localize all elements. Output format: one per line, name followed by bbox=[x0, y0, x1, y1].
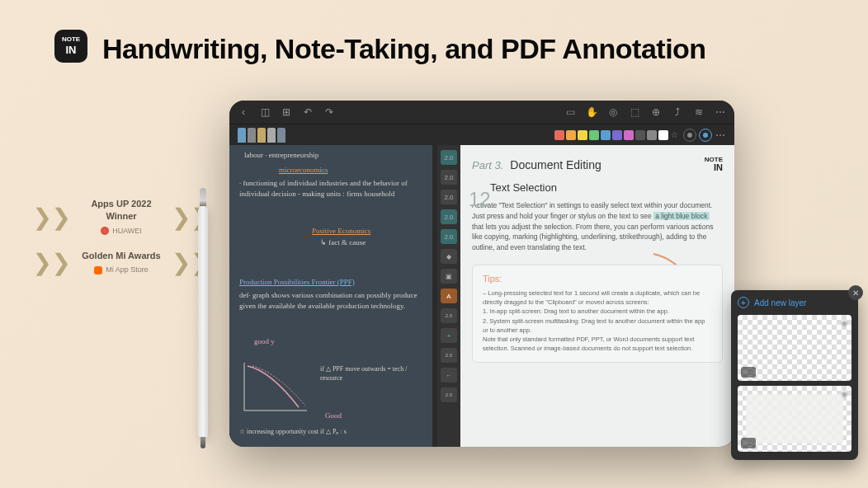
brush-preset[interactable]: 2.0 bbox=[441, 170, 457, 185]
layer-options-icon[interactable]: ⋯ bbox=[741, 367, 756, 378]
tablet-device: ‹ ◫ ⊞ ↶ ↷ ▭ ✋ ◎ ⬚ ⊕ ⤴ ≋ ⋯ ☆ ⋯ labour · e… bbox=[229, 101, 734, 447]
laurel-left-icon: ❮❮ bbox=[33, 249, 71, 276]
back-icon[interactable]: ‹ bbox=[238, 106, 249, 118]
pen-tool[interactable] bbox=[238, 128, 246, 143]
hw-text: if △ PPF move outwards = tech / resource bbox=[320, 364, 419, 382]
undo-icon[interactable]: ↶ bbox=[302, 106, 314, 118]
color-swatch[interactable] bbox=[554, 130, 564, 140]
stroke-option-2[interactable] bbox=[699, 129, 712, 142]
brush-crop[interactable]: ▣ bbox=[441, 269, 457, 284]
hand-icon[interactable]: ✋ bbox=[586, 106, 597, 118]
layers-panel[interactable]: ✕ + Add new layer ◉ ⋯ ◉ ⋯ bbox=[731, 290, 858, 460]
layer-options-icon[interactable]: ⋯ bbox=[741, 438, 756, 448]
marker-tool[interactable] bbox=[257, 128, 266, 143]
brush-panel: 2.0 2.0 2.0 2.0 2.0 ◆ ▣ A 2.0 + 2.0 ← 2.… bbox=[437, 145, 460, 447]
ppf-graph bbox=[238, 359, 312, 417]
add-layer-button[interactable]: + Add new layer bbox=[738, 297, 851, 308]
headline: Handwriting, Note-Taking, and PDF Annota… bbox=[102, 33, 706, 65]
hw-text: ☆ increasing opportunity cost if △ Pₐ : … bbox=[239, 427, 347, 436]
layer-thumbnail-2[interactable]: ◉ ⋯ bbox=[738, 386, 851, 452]
color-swatch[interactable] bbox=[635, 130, 645, 140]
hw-heading: Positive Economics bbox=[312, 226, 370, 237]
highlighted-text: a light blue block bbox=[653, 212, 709, 220]
logo-note: NOTE bbox=[62, 35, 80, 44]
layers-icon[interactable]: ≋ bbox=[693, 106, 705, 118]
toolbar-more-icon[interactable]: ⋯ bbox=[715, 129, 726, 141]
doc-title-row: Part 3. Document Editing bbox=[472, 158, 723, 171]
app-logo: NOTE IN bbox=[54, 30, 87, 63]
color-swatch[interactable] bbox=[612, 130, 622, 140]
color-swatch[interactable] bbox=[658, 130, 668, 140]
tips-box: Tips: – Long-pressing selected text for … bbox=[472, 265, 723, 363]
share-icon[interactable]: ⤴ bbox=[672, 106, 683, 118]
brush-preset[interactable]: 2.0 bbox=[441, 209, 457, 224]
hw-heading: Production Possibilities Frontier (PPF) bbox=[239, 277, 355, 288]
document-pane[interactable]: NOTEIN Part 3. Document Editing 12 Text … bbox=[460, 145, 734, 447]
part-label: Part 3. bbox=[472, 159, 503, 171]
favorite-color-icon[interactable]: ☆ bbox=[671, 130, 681, 140]
lasso-icon[interactable]: ◎ bbox=[607, 106, 619, 118]
visibility-icon[interactable]: ◉ bbox=[841, 318, 848, 327]
brush-preset[interactable]: 2.0 bbox=[441, 190, 457, 204]
highlighter-tool[interactable] bbox=[277, 128, 285, 143]
color-swatch[interactable] bbox=[566, 130, 576, 140]
tips-title: Tips: bbox=[483, 274, 712, 284]
crop-icon[interactable]: ⬚ bbox=[629, 106, 640, 118]
award-sub: Mi App Store bbox=[106, 265, 149, 275]
split-view-icon[interactable]: ◫ bbox=[259, 106, 271, 118]
color-palette bbox=[554, 130, 668, 140]
award-badge-1: ❮❮ Apps UP 2022 Winner HUAWEI ❯❯ bbox=[33, 198, 210, 236]
brush-size[interactable]: 2.0 bbox=[441, 308, 457, 323]
color-swatch[interactable] bbox=[578, 130, 587, 140]
award-title: Golden Mi Awards bbox=[76, 250, 167, 262]
plus-icon: + bbox=[738, 297, 749, 308]
brush-preset[interactable]: 2.0 bbox=[441, 229, 457, 244]
color-swatch[interactable] bbox=[624, 130, 634, 140]
visibility-icon[interactable]: ◉ bbox=[841, 389, 848, 398]
tips-body: – Long-pressing selected text for 1 seco… bbox=[483, 289, 712, 354]
hw-axis-label: Good bbox=[325, 411, 342, 421]
stroke-option-1[interactable] bbox=[683, 129, 696, 142]
color-swatch[interactable] bbox=[589, 130, 599, 140]
pen-group bbox=[238, 128, 285, 143]
brush-size[interactable]: 2.0 bbox=[441, 348, 457, 363]
pencil-tool[interactable] bbox=[248, 128, 256, 143]
hw-text: labour · entrepreneurship bbox=[244, 150, 318, 161]
hw-text: · functioning of individual industries a… bbox=[239, 178, 421, 199]
eraser-tool[interactable] bbox=[267, 128, 276, 143]
insert-icon[interactable]: ⊕ bbox=[650, 106, 662, 118]
brush-add[interactable]: + bbox=[441, 328, 457, 343]
part-title: Document Editing bbox=[510, 158, 601, 171]
select-icon[interactable]: ▭ bbox=[564, 106, 576, 118]
huawei-icon bbox=[101, 227, 109, 235]
brush-shape[interactable]: ◆ bbox=[441, 249, 457, 264]
award-badge-2: ❮❮ Golden Mi Awards Mi App Store ❯❯ bbox=[33, 249, 210, 276]
brush-text[interactable]: A bbox=[441, 289, 457, 303]
mi-icon bbox=[94, 266, 102, 274]
brush-size[interactable]: 2.0 bbox=[441, 387, 457, 402]
section-number: 12 bbox=[469, 188, 491, 211]
add-layer-label: Add new layer bbox=[754, 298, 806, 307]
logo-in: IN bbox=[66, 44, 77, 57]
hw-text: def· graph shows various combination can… bbox=[239, 290, 424, 311]
color-swatch[interactable] bbox=[647, 130, 657, 140]
grid-icon[interactable]: ⊞ bbox=[281, 106, 292, 118]
redo-icon[interactable]: ↷ bbox=[323, 106, 335, 118]
brush-back[interactable]: ← bbox=[441, 368, 457, 382]
close-icon[interactable]: ✕ bbox=[848, 285, 863, 300]
award-sub: HUAWEI bbox=[112, 226, 142, 237]
award-title: Apps UP 2022 Winner bbox=[76, 198, 167, 223]
hw-axis-label: good y bbox=[254, 336, 275, 347]
body-paragraph: Activate "Text Selection" in settings to… bbox=[472, 200, 723, 253]
app-body: labour · entrepreneurship microeconomics… bbox=[229, 145, 734, 447]
hw-text: ↳ fact & cause bbox=[320, 237, 366, 248]
brush-preset[interactable]: 2.0 bbox=[441, 150, 457, 165]
more-icon[interactable]: ⋯ bbox=[715, 106, 726, 118]
handwriting-pane[interactable]: labour · entrepreneurship microeconomics… bbox=[229, 145, 432, 447]
note-in-badge: NOTEIN bbox=[705, 157, 723, 172]
pen-toolbar: ☆ ⋯ bbox=[229, 124, 734, 145]
stylus-illustration bbox=[198, 206, 208, 437]
color-swatch[interactable] bbox=[601, 130, 611, 140]
layer-thumbnail-1[interactable]: ◉ ⋯ bbox=[738, 315, 851, 381]
laurel-left-icon: ❮❮ bbox=[33, 204, 71, 231]
